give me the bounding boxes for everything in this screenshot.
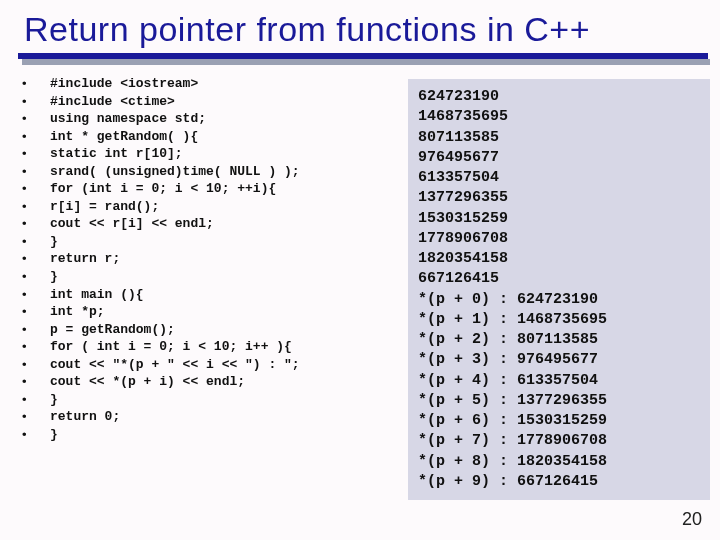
bullet-icon: •	[18, 250, 50, 268]
slide: Return pointer from functions in C++ •#i…	[0, 0, 720, 540]
code-column: •#include <iostream>•#include <ctime>•us…	[18, 75, 394, 500]
code-text: int * getRandom( ){	[50, 128, 198, 146]
output-box: 624723190 1468735695 807113585 976495677…	[408, 79, 710, 500]
code-line: •}	[18, 426, 394, 444]
code-line: •for (int i = 0; i < 10; ++i){	[18, 180, 394, 198]
bullet-icon: •	[18, 198, 50, 216]
code-text: int main (){	[50, 286, 144, 304]
code-text: }	[50, 426, 58, 444]
title-rule-shadow	[22, 59, 710, 65]
bullet-icon: •	[18, 321, 50, 339]
bullet-icon: •	[18, 93, 50, 111]
code-line: •srand( (unsigned)time( NULL ) );	[18, 163, 394, 181]
bullet-icon: •	[18, 286, 50, 304]
code-line: •#include <iostream>	[18, 75, 394, 93]
code-line: •int main (){	[18, 286, 394, 304]
code-text: }	[50, 233, 58, 251]
slide-body: •#include <iostream>•#include <ctime>•us…	[0, 73, 720, 500]
code-line: •using namespace std;	[18, 110, 394, 128]
code-line: •cout << *(p + i) << endl;	[18, 373, 394, 391]
bullet-icon: •	[18, 215, 50, 233]
code-text: return 0;	[50, 408, 120, 426]
page-number: 20	[682, 509, 702, 530]
title-rule	[18, 53, 708, 67]
code-text: }	[50, 268, 58, 286]
code-text: int *p;	[50, 303, 105, 321]
code-text: using namespace std;	[50, 110, 206, 128]
bullet-icon: •	[18, 180, 50, 198]
bullet-icon: •	[18, 391, 50, 409]
bullet-icon: •	[18, 426, 50, 444]
title-rule-main	[18, 53, 708, 59]
code-text: for ( int i = 0; i < 10; i++ ){	[50, 338, 292, 356]
code-line: •}	[18, 233, 394, 251]
bullet-icon: •	[18, 373, 50, 391]
code-text: r[i] = rand();	[50, 198, 159, 216]
code-line: •static int r[10];	[18, 145, 394, 163]
code-line: •cout << "*(p + " << i << ") : ";	[18, 356, 394, 374]
bullet-icon: •	[18, 233, 50, 251]
bullet-icon: •	[18, 268, 50, 286]
code-text: cout << "*(p + " << i << ") : ";	[50, 356, 300, 374]
code-line: •#include <ctime>	[18, 93, 394, 111]
bullet-icon: •	[18, 163, 50, 181]
code-line: •return r;	[18, 250, 394, 268]
code-text: for (int i = 0; i < 10; ++i){	[50, 180, 276, 198]
code-text: p = getRandom();	[50, 321, 175, 339]
bullet-icon: •	[18, 75, 50, 93]
code-text: return r;	[50, 250, 120, 268]
bullet-icon: •	[18, 356, 50, 374]
code-line: •}	[18, 268, 394, 286]
code-line: •int * getRandom( ){	[18, 128, 394, 146]
code-text: cout << r[i] << endl;	[50, 215, 214, 233]
code-text: static int r[10];	[50, 145, 183, 163]
bullet-icon: •	[18, 408, 50, 426]
code-line: •r[i] = rand();	[18, 198, 394, 216]
bullet-icon: •	[18, 145, 50, 163]
code-line: •return 0;	[18, 408, 394, 426]
bullet-icon: •	[18, 110, 50, 128]
code-line: •int *p;	[18, 303, 394, 321]
code-line: •for ( int i = 0; i < 10; i++ ){	[18, 338, 394, 356]
code-line: •cout << r[i] << endl;	[18, 215, 394, 233]
code-text: #include <ctime>	[50, 93, 175, 111]
code-text: #include <iostream>	[50, 75, 198, 93]
code-text: cout << *(p + i) << endl;	[50, 373, 245, 391]
bullet-icon: •	[18, 303, 50, 321]
bullet-icon: •	[18, 128, 50, 146]
code-text: }	[50, 391, 58, 409]
code-text: srand( (unsigned)time( NULL ) );	[50, 163, 300, 181]
code-line: •p = getRandom();	[18, 321, 394, 339]
slide-title: Return pointer from functions in C++	[0, 0, 720, 53]
bullet-icon: •	[18, 338, 50, 356]
code-line: •}	[18, 391, 394, 409]
